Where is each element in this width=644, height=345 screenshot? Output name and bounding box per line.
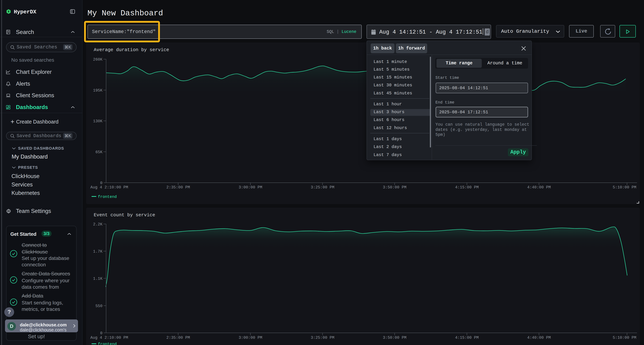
svg-text:3:50:00 PM: 3:50:00 PM bbox=[383, 185, 406, 190]
svg-text:3:00:00 PM: 3:00:00 PM bbox=[239, 336, 262, 340]
svg-text:frontend: frontend bbox=[98, 342, 117, 345]
svg-text:1.7K: 1.7K bbox=[93, 249, 103, 254]
svg-text:5:10:00 PM: 5:10:00 PM bbox=[613, 185, 636, 190]
svg-text:3:00:00 PM: 3:00:00 PM bbox=[239, 185, 262, 190]
svg-text:550: 550 bbox=[95, 304, 102, 308]
svg-text:0: 0 bbox=[100, 181, 102, 185]
svg-text:195K: 195K bbox=[93, 88, 103, 93]
svg-text:65K: 65K bbox=[95, 150, 102, 154]
svg-text:Aug 4 2:10:00 PM: Aug 4 2:10:00 PM bbox=[90, 336, 128, 340]
svg-text:2:35:00 PM: 2:35:00 PM bbox=[166, 185, 190, 190]
svg-text:5:10:00 PM: 5:10:00 PM bbox=[613, 336, 636, 340]
svg-text:4:40:00 PM: 4:40:00 PM bbox=[527, 185, 551, 190]
svg-text:4:15:00 PM: 4:15:00 PM bbox=[455, 185, 479, 190]
svg-text:0: 0 bbox=[100, 331, 102, 336]
svg-text:2:35:00 PM: 2:35:00 PM bbox=[166, 336, 190, 340]
svg-text:3:50:00 PM: 3:50:00 PM bbox=[383, 336, 406, 340]
svg-text:4:15:00 PM: 4:15:00 PM bbox=[455, 336, 479, 340]
svg-text:130K: 130K bbox=[93, 119, 103, 123]
svg-text:260K: 260K bbox=[93, 57, 103, 62]
svg-text:Aug 4 2:10:00 PM: Aug 4 2:10:00 PM bbox=[90, 185, 128, 190]
svg-text:3:25:00 PM: 3:25:00 PM bbox=[311, 336, 334, 340]
svg-text:frontend: frontend bbox=[98, 195, 117, 199]
svg-text:4:40:00 PM: 4:40:00 PM bbox=[527, 336, 551, 340]
svg-text:1.1K: 1.1K bbox=[93, 277, 103, 281]
svg-text:2.2K: 2.2K bbox=[93, 222, 103, 227]
svg-text:3:25:00 PM: 3:25:00 PM bbox=[311, 185, 334, 190]
